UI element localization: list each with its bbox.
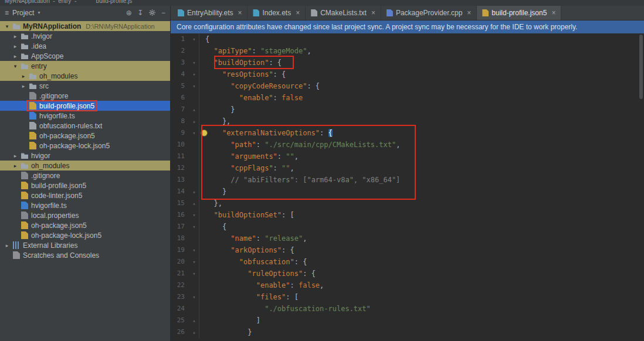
code-line[interactable]: 2 "apiType": "stageMode", (171, 45, 644, 57)
fold-icon[interactable]: ▾ (189, 209, 199, 221)
close-icon[interactable]: × (467, 9, 471, 17)
fold-icon[interactable]: ▾ (189, 69, 199, 80)
code-line[interactable]: 23▾ "files": [ (171, 291, 644, 303)
tree-item-hvigor[interactable]: ▸hvigor (0, 151, 170, 161)
code-line[interactable]: 22 "enable": false, (171, 279, 644, 291)
code-line[interactable]: 10 "path": "./src/main/cpp/CMakeLists.tx… (171, 139, 644, 151)
tool-window-menu-icon[interactable]: ≡ (5, 9, 9, 17)
code-line[interactable]: 17▾ { (171, 221, 644, 233)
chevron-down-icon[interactable]: ▾ (38, 10, 40, 15)
tab-Index.ets[interactable]: Index.ets× (248, 6, 306, 20)
tree-item-.idea[interactable]: ▸.idea (0, 41, 170, 51)
close-icon[interactable]: × (296, 9, 300, 17)
code-line[interactable]: 4▾ "resOptions": { (171, 69, 644, 80)
close-icon[interactable]: × (238, 9, 242, 17)
locate-file-icon[interactable]: ⊕ (126, 9, 132, 17)
tree-item-hvigorfile.ts[interactable]: hvigorfile.ts (0, 111, 170, 121)
chevron-icon[interactable]: ▸ (20, 73, 27, 79)
code-line[interactable]: 6 "enable": false (171, 92, 644, 104)
fold-icon[interactable]: ▾ (189, 33, 199, 45)
fold-icon[interactable]: ▾ (189, 291, 199, 303)
code-line[interactable]: 9▾ "externalNativeOptions": { (171, 127, 644, 139)
tree-item-oh_modules[interactable]: ▸oh_modules (0, 161, 170, 170)
tree-item-build-profile.json5[interactable]: build-profile.json5 (0, 101, 170, 111)
code-line[interactable]: 15▴ }, (171, 197, 644, 209)
fold-icon[interactable]: ▾ (189, 244, 199, 256)
tree-item-oh-package.json5[interactable]: oh-package.json5 (0, 131, 170, 141)
tree-item-local.properties[interactable]: local.properties (0, 210, 170, 220)
code-line[interactable]: 14▴ } (171, 186, 644, 197)
code-line[interactable]: 19▾ "arkOptions": { (171, 244, 644, 256)
hide-panel-icon[interactable]: − (161, 9, 165, 17)
collapse-all-icon[interactable]: ↧ (137, 9, 143, 17)
tree-item-code-linter.json5[interactable]: code-linter.json5 (0, 190, 170, 200)
tab-CMakeLists.txt[interactable]: CMakeLists.txt× (306, 6, 381, 20)
tree-item-build-profile.json5[interactable]: build-profile.json5 (0, 180, 170, 190)
code-line[interactable]: 5▾ "copyCodeResource": { (171, 80, 644, 92)
code-line[interactable]: 13 // "abiFilters": ["arm64-v8a", "x86_6… (171, 174, 644, 186)
fold-icon[interactable]: ▾ (189, 80, 199, 92)
fold-icon[interactable]: ▾ (189, 127, 199, 139)
fold-icon[interactable]: ▴ (189, 104, 199, 115)
fold-icon[interactable]: ▾ (189, 57, 199, 69)
fold-icon[interactable]: ▾ (189, 256, 199, 268)
tree-item-hvigorfile.ts[interactable]: hvigorfile.ts (0, 200, 170, 210)
tree-item-src[interactable]: ▸src (0, 81, 170, 91)
tab-EntryAbility.ets[interactable]: EntryAbility.ets× (172, 6, 248, 20)
chevron-icon[interactable]: ▸ (20, 83, 27, 89)
code-line[interactable]: 1▾{ (171, 33, 644, 45)
chevron-icon[interactable]: ▸ (12, 163, 19, 169)
code-line[interactable]: 3▾ "buildOption": { (171, 57, 644, 69)
chevron-icon[interactable]: ▾ (12, 63, 19, 69)
intention-bulb-icon[interactable] (201, 130, 207, 136)
code-line[interactable]: 21▾ "ruleOptions": { (171, 268, 644, 279)
fold-icon[interactable]: ▴ (189, 326, 199, 338)
code-line[interactable]: 11 "arguments": "", (171, 151, 644, 162)
chevron-icon[interactable]: ▸ (12, 153, 19, 159)
code-line[interactable]: 26▴ } (171, 326, 644, 338)
close-icon[interactable]: × (371, 9, 375, 17)
code-line[interactable]: 20▾ "obfuscation": { (171, 256, 644, 268)
tree-item-AppScope[interactable]: ▸AppScope (0, 51, 170, 61)
fold-icon[interactable]: ▾ (189, 221, 199, 233)
tree-item-entry[interactable]: ▾entry (0, 61, 170, 71)
fold-icon[interactable]: ▴ (189, 186, 199, 197)
chevron-icon[interactable]: ▸ (12, 43, 19, 49)
code-line[interactable]: 16▾ "buildOptionSet": [ (171, 209, 644, 221)
code-line[interactable]: 8▴ }, (171, 115, 644, 127)
code-line[interactable]: 24 "./obfuscation-rules.txt" (171, 303, 644, 315)
tree-item-.hvigor[interactable]: ▸.hvigor (0, 31, 170, 41)
code-editor[interactable]: 1▾{2 "apiType": "stageMode",3▾ "buildOpt… (171, 33, 644, 341)
fold-icon[interactable]: ▴ (189, 315, 199, 326)
code-line[interactable]: 12 "cppFlags": "", (171, 162, 644, 174)
tree-item-oh-package-lock.json5[interactable]: oh-package-lock.json5 (0, 141, 170, 151)
close-icon[interactable]: × (551, 9, 555, 17)
project-panel-title[interactable]: Project (12, 9, 34, 17)
code-line[interactable]: 25▴ ] (171, 315, 644, 326)
tree-item-.gitignore[interactable]: .gitignore (0, 170, 170, 180)
tab-build-profile.json5[interactable]: build-profile.json5× (477, 6, 561, 20)
fold-icon[interactable]: ▾ (189, 268, 199, 279)
editor-scrollbar[interactable] (638, 33, 644, 341)
tree-item-oh-package-lock.json5[interactable]: oh-package-lock.json5 (0, 230, 170, 240)
code-line[interactable]: 18 "name": "release", (171, 233, 644, 244)
scrollbar-thumb[interactable] (639, 35, 643, 99)
tree-item-.gitignore[interactable]: .gitignore (0, 91, 170, 101)
tree-item-MyRNApplication[interactable]: ▾MyRNApplicationD:\RN\MyRNApplication (0, 21, 170, 31)
tree-item-External Libraries[interactable]: ▸External Libraries (0, 240, 170, 250)
file-reference: oh-package-lock.json5 (19, 231, 103, 240)
project-panel-actions: ⊕ ↧ − (126, 9, 165, 17)
fold-icon[interactable]: ▴ (189, 115, 199, 127)
tree-item-obfuscation-rules.txt[interactable]: obfuscation-rules.txt (0, 121, 170, 131)
chevron-icon[interactable]: ▸ (4, 243, 11, 248)
tree-item-oh_modules[interactable]: ▸oh_modules (0, 71, 170, 81)
settings-gear-icon[interactable] (148, 9, 156, 16)
tree-item-Scratches and Consoles[interactable]: Scratches and Consoles (0, 250, 170, 260)
fold-icon[interactable]: ▴ (189, 197, 199, 209)
chevron-icon[interactable]: ▸ (12, 53, 19, 59)
code-line[interactable]: 7▴ } (171, 104, 644, 115)
tab-PackageProvider.cpp[interactable]: PackageProvider.cpp× (381, 6, 477, 20)
chevron-icon[interactable]: ▾ (4, 23, 11, 29)
chevron-icon[interactable]: ▸ (12, 33, 19, 39)
tree-item-oh-package.json5[interactable]: oh-package.json5 (0, 220, 170, 230)
